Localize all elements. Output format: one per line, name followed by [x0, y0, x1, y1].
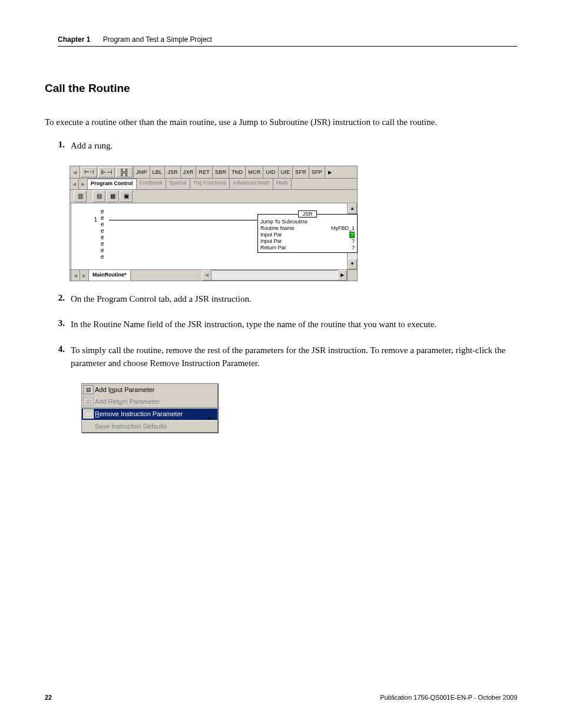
chevron-left-icon	[73, 169, 77, 175]
tab-for-break[interactable]: For/Break	[137, 179, 167, 189]
intro-paragraph: To execute a routine other than the main…	[45, 116, 517, 129]
tab-math[interactable]: Math	[273, 179, 292, 189]
hscroll-track[interactable]	[211, 270, 338, 281]
mini-tool-button-1[interactable]: ▥	[74, 190, 87, 202]
jsr-description: Jump To Subroutine	[260, 219, 355, 225]
tab-label: For/Break	[140, 180, 163, 186]
tool-icon: ▦	[110, 193, 115, 199]
hscroll-right-button[interactable]	[338, 270, 347, 281]
tab-label: Program Control	[91, 180, 133, 186]
list-item: 2. On the Program Control tab, add a JSR…	[45, 293, 517, 306]
chevron-right-icon	[328, 169, 332, 175]
tab-label: Advanced Math	[233, 180, 270, 186]
ladder-canvas[interactable]: 1 e e e e e e e e JSR Jump To Subroutine…	[70, 203, 358, 270]
step-number: 3.	[45, 318, 71, 331]
jsr-instruction-block[interactable]: JSR Jump To Subroutine Routine Name MyFB…	[257, 207, 358, 253]
chapter-title: Program and Test a Simple Project	[103, 35, 212, 44]
mini-tool-button-2[interactable]: ▤	[92, 190, 105, 202]
instruction-toolbar: ⊢⊣ ⊩⊣ ╠╣ JMP LBL JSR JXR RET SBR TND MCR…	[70, 166, 358, 179]
tab-special[interactable]: Special	[166, 179, 190, 189]
tool-icon: ▣	[124, 193, 129, 199]
instruction-button[interactable]: MCR	[245, 166, 263, 178]
menu-item-remove-param[interactable]: ▭ Remove Instruction Parameter ↖	[82, 407, 217, 420]
step-number: 4.	[45, 344, 71, 370]
list-item: 3. In the Routine Name field of the JSR …	[45, 318, 517, 331]
branch-tool-button[interactable]: ⊩⊣	[98, 167, 115, 177]
chevron-left-icon	[72, 181, 76, 187]
step-number: 1.	[45, 140, 71, 153]
rung-wire	[109, 220, 262, 220]
list-item: 4. To simply call the routine, remove th…	[45, 344, 517, 370]
instruction-button[interactable]: JSR	[164, 166, 180, 178]
chevron-down-icon	[350, 261, 355, 266]
routine-tab-bar: MainRoutine*	[70, 270, 358, 281]
rung-tool-button[interactable]: ⊢⊣	[81, 167, 97, 177]
routine-scroll-right[interactable]	[80, 270, 89, 281]
jsr-param-value: ?	[349, 232, 355, 238]
instruction-button[interactable]: SBR	[212, 166, 229, 178]
rung-canvas[interactable]: JSR Jump To Subroutine Routine Name MyFB…	[109, 203, 347, 269]
tool-icon: ▤	[97, 193, 102, 199]
section-heading: Call the Routine	[45, 82, 517, 95]
jsr-routine-value: MyFBD_1	[331, 225, 355, 232]
instruction-button[interactable]: RET	[196, 166, 212, 178]
jsr-title: JSR	[298, 210, 317, 218]
scroll-down-button[interactable]	[348, 259, 357, 269]
tab-scroll-right-button[interactable]	[79, 179, 88, 189]
chevron-right-icon	[81, 181, 85, 187]
page-footer: 22 Publication 1756-QS001E-EN-P - Octobe…	[45, 694, 517, 701]
instruction-button[interactable]: LBL	[150, 166, 165, 178]
tool-icon: ▥	[78, 193, 83, 199]
instruction-button[interactable]: SFP	[309, 166, 325, 178]
jsr-param-row[interactable]: Input Par ?	[260, 238, 355, 245]
step-text: To simply call the routine, remove the r…	[71, 344, 517, 370]
branch-level-tool-button[interactable]: ╠╣	[116, 167, 133, 177]
branch-level-icon: ╠╣	[120, 170, 129, 174]
chevron-left-icon	[205, 272, 209, 278]
jsr-param-row[interactable]: Input Par ?	[260, 232, 355, 238]
step-number: 2.	[45, 293, 71, 306]
scroll-corner	[347, 270, 357, 281]
context-menu-screenshot: ▤ Add Input Parameter ▤ Add Return Param…	[81, 383, 517, 433]
menu-item-add-input[interactable]: ▤ Add Input Parameter	[82, 384, 217, 396]
menu-item-label: Add Input Parameter	[95, 386, 213, 393]
jsr-routine-row[interactable]: Routine Name MyFBD_1	[260, 225, 355, 232]
mini-tool-button-4[interactable]: ▣	[120, 190, 133, 202]
instruction-button[interactable]: JXR	[180, 166, 196, 178]
jsr-param-value: ?	[352, 238, 355, 245]
routine-tab[interactable]: MainRoutine*	[89, 270, 131, 281]
routine-scroll-left[interactable]	[71, 270, 80, 281]
tab-program-control[interactable]: Program Control	[88, 179, 137, 189]
edit-marks: e e e e e e e e	[101, 203, 109, 269]
jsr-param-value: ?	[352, 245, 355, 251]
instruction-button[interactable]: UIE	[278, 166, 293, 178]
tab-advanced-math[interactable]: Advanced Math	[230, 179, 273, 189]
jsr-param-row[interactable]: Return Par ?	[260, 245, 355, 251]
page-number: 22	[45, 694, 52, 701]
routine-tab-label: MainRoutine*	[92, 272, 127, 278]
tab-trig-functions[interactable]: Trig Functions	[190, 179, 230, 189]
horizontal-scrollbar[interactable]	[202, 270, 347, 281]
hscroll-left-button[interactable]	[202, 270, 211, 281]
instruction-button[interactable]: TND	[229, 166, 245, 178]
scroll-left-button[interactable]	[70, 166, 80, 178]
tab-scroll-left-button[interactable]	[70, 179, 79, 189]
jsr-param-label: Input Par	[260, 232, 282, 238]
branch-icon: ⊩⊣	[101, 170, 113, 174]
menu-item-label: Remove Instruction Parameter	[95, 410, 213, 417]
jsr-param-label: Input Par	[260, 238, 282, 245]
running-header: Chapter 1 Program and Test a Simple Proj…	[58, 35, 517, 47]
scroll-right-button[interactable]	[325, 166, 335, 178]
mini-tool-button-3[interactable]: ▦	[106, 190, 119, 202]
add-input-icon: ▤	[82, 385, 95, 394]
instruction-button[interactable]: SFR	[292, 166, 309, 178]
chevron-left-icon	[74, 272, 77, 278]
context-menu: ▤ Add Input Parameter ▤ Add Return Param…	[81, 383, 218, 433]
instruction-button[interactable]: UID	[263, 166, 277, 178]
instruction-button[interactable]: JMP	[133, 166, 150, 178]
document-page: Chapter 1 Program and Test a Simple Proj…	[0, 0, 562, 728]
tab-label: Trig Functions	[193, 180, 227, 186]
step-text: Add a rung.	[71, 140, 517, 153]
chapter-label: Chapter 1	[58, 35, 90, 44]
tab-label: Special	[169, 180, 187, 186]
